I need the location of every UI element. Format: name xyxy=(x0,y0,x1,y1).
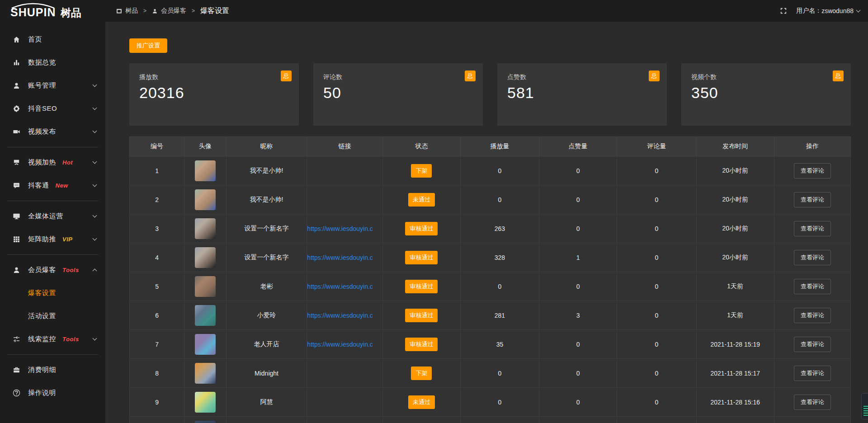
status-button[interactable]: 审核通过 xyxy=(405,309,438,322)
cell-likes: 0 xyxy=(539,214,617,243)
cell-comments: 0 xyxy=(617,359,696,388)
stat-card-comments: 评论数50总 xyxy=(313,63,483,126)
sidebar-item-matrix-boost[interactable]: 矩阵助推VIP xyxy=(0,228,105,251)
status-button[interactable]: 审核通过 xyxy=(405,222,438,235)
breadcrumb-item-member-baoke[interactable]: 会员爆客 xyxy=(152,7,186,15)
table-container: 编号头像昵称链接状态播放量点赞量评论量发布时间操作 1我不是小帅!下架00020… xyxy=(129,136,851,423)
chevron-down-icon xyxy=(93,129,97,133)
sidebar-item-member-baoke[interactable]: 会员爆客Tools xyxy=(0,258,105,282)
video-link[interactable]: https://www.iesdouyin.c xyxy=(307,341,382,348)
view-comments-button[interactable]: 查看评论 xyxy=(794,192,831,207)
cell-link: https://www.iesdouyin.c xyxy=(307,214,382,243)
cell-nickname: Midnight xyxy=(226,359,307,388)
status-button[interactable]: 审核通过 xyxy=(405,251,438,264)
cell-plays: 0 xyxy=(461,388,539,417)
view-comments-button[interactable]: 查看评论 xyxy=(794,366,831,381)
cell-index: 5 xyxy=(130,272,184,301)
sidebar-item-activity-settings[interactable]: 活动设置 xyxy=(0,305,105,328)
chevron-down-icon xyxy=(856,8,861,12)
sidebar-item-media-operation[interactable]: 全媒体运营 xyxy=(0,205,105,228)
column-header: 头像 xyxy=(184,137,226,156)
sidebar-item-label: 首页 xyxy=(28,35,42,44)
sidebar-item-data-overview[interactable]: 数据总览 xyxy=(0,51,105,74)
sidebar-item-label: 账号管理 xyxy=(28,81,56,90)
sidebar-divider xyxy=(7,254,98,255)
breadcrumb-separator: > xyxy=(143,8,146,14)
sidebar-divider xyxy=(7,147,98,147)
sidebar-divider xyxy=(7,201,98,201)
sidebar-item-video-publish[interactable]: 视频发布 xyxy=(0,120,105,143)
breadcrumb-item-shupin[interactable]: 树品 xyxy=(116,7,138,15)
sidebar-item-baoke-settings[interactable]: 爆客设置 xyxy=(0,282,105,305)
sidebar-item-douyin-seo[interactable]: 抖音SEO xyxy=(0,97,105,120)
cell-publish-time: 2021-11-28 15:19 xyxy=(696,330,774,359)
fullscreen-icon[interactable] xyxy=(780,7,787,14)
cell-comments: 0 xyxy=(617,185,696,214)
sidebar-item-label: 全媒体运营 xyxy=(28,212,63,221)
table-row: 3设置一个新名字https://www.iesdouyin.c审核通过26300… xyxy=(130,214,851,243)
view-comments-button[interactable]: 查看评论 xyxy=(794,221,831,236)
cell-action xyxy=(774,417,850,423)
video-link[interactable]: https://www.iesdouyin.c xyxy=(307,283,382,290)
cell-action: 查看评论 xyxy=(774,388,850,417)
video-link[interactable]: https://www.iesdouyin.c xyxy=(307,254,382,261)
video-link[interactable]: https://www.iesdouyin.c xyxy=(307,225,382,232)
sidebar-item-account-manage[interactable]: 账号管理 xyxy=(0,74,105,97)
status-button[interactable]: 审核通过 xyxy=(405,280,438,293)
column-header: 发布时间 xyxy=(696,137,774,156)
status-button[interactable]: 审核通过 xyxy=(405,338,438,351)
promotion-settings-button[interactable]: 推广设置 xyxy=(129,38,167,53)
cell-index: 9 xyxy=(130,388,184,417)
status-button[interactable]: 未通过 xyxy=(408,395,435,409)
stat-total-badge: 总 xyxy=(649,70,660,81)
chevron-down-icon xyxy=(93,183,97,187)
view-comments-button[interactable]: 查看评论 xyxy=(794,250,831,265)
view-comments-button[interactable]: 查看评论 xyxy=(794,279,831,294)
cell-likes: 0 xyxy=(539,388,617,417)
chevron-down-icon xyxy=(93,106,97,110)
sidebar-item-video-heat[interactable]: 视频加热Hot xyxy=(0,151,105,174)
cell-avatar xyxy=(184,301,226,330)
sidebar-menu: 首页数据总览账号管理抖音SEO视频发布视频加热Hot抖客通New全媒体运营矩阵助… xyxy=(0,28,105,404)
view-comments-button[interactable]: 查看评论 xyxy=(794,308,831,323)
app-icon xyxy=(116,8,122,14)
view-comments-button[interactable]: 查看评论 xyxy=(794,395,831,410)
stat-card-likes: 点赞数581总 xyxy=(497,63,667,126)
cell-nickname: 小爱玲 xyxy=(226,301,307,330)
sidebar-item-consume-detail[interactable]: 消费明细 xyxy=(0,358,105,381)
table-row: 5老彬https://www.iesdouyin.c审核通过0001天前查看评论 xyxy=(130,272,851,301)
cell-link xyxy=(307,359,382,388)
sidebar-item-label: 操作说明 xyxy=(28,389,56,397)
status-button[interactable]: 下架 xyxy=(411,164,432,178)
cell-index xyxy=(130,417,184,423)
sidebar-item-clue-monitor[interactable]: 线索监控Tools xyxy=(0,328,105,351)
stat-label: 视频个数 xyxy=(691,73,841,81)
sidebar-item-home[interactable]: 首页 xyxy=(0,28,105,51)
cell-link: https://www.iesdouyin.c xyxy=(307,330,382,359)
breadcrumb-label: 爆客设置 xyxy=(200,6,229,16)
sidebar-item-tag: Tools xyxy=(62,267,79,273)
table-row: 8Midnight下架0002021-11-28 15:17查看评论 xyxy=(130,359,851,388)
column-header: 点赞量 xyxy=(539,137,617,156)
cell-nickname: 阿慧 xyxy=(226,388,307,417)
username-label: 用户名： xyxy=(796,7,821,15)
video-link[interactable]: https://www.iesdouyin.c xyxy=(307,312,382,319)
app-logo[interactable]: SHUPIN 树品 xyxy=(0,3,105,19)
floating-widget[interactable] xyxy=(861,393,868,419)
view-comments-button[interactable]: 查看评论 xyxy=(794,337,831,352)
cell-likes xyxy=(539,417,617,423)
status-button[interactable]: 未通过 xyxy=(408,193,435,207)
cell-nickname xyxy=(226,417,307,423)
cell-likes: 1 xyxy=(539,243,617,272)
logo-text-en: SHUPIN xyxy=(10,6,56,19)
sidebar-item-douketong[interactable]: 抖客通New xyxy=(0,174,105,197)
view-comments-button[interactable]: 查看评论 xyxy=(794,163,831,179)
table-row: 7老人开店https://www.iesdouyin.c审核通过35002021… xyxy=(130,330,851,359)
logo-text-cn: 树品 xyxy=(60,7,81,19)
cell-status: 下架 xyxy=(382,359,460,388)
sidebar-item-operation-guide[interactable]: 操作说明 xyxy=(0,381,105,404)
user-menu[interactable]: 用户名：zswodun88 xyxy=(796,7,860,15)
column-header: 状态 xyxy=(382,137,460,156)
status-button[interactable]: 下架 xyxy=(411,367,432,380)
cell-comments: 0 xyxy=(617,272,696,301)
